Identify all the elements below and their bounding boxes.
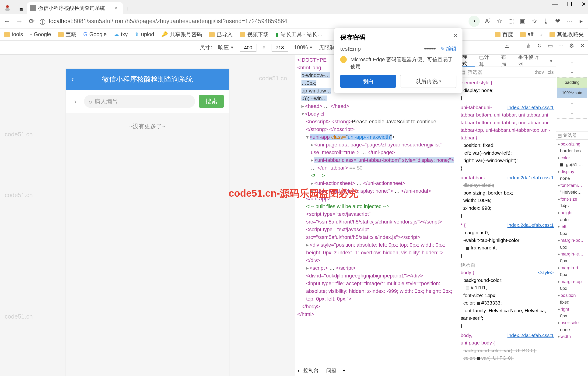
bookmark-item[interactable]: ⇪uplod: [135, 31, 154, 38]
elements-panel: <!DOCTYPE <html lang o-window-… …0px; op…: [295, 55, 458, 376]
computed-panel: – – padding 100%×auto – – – ▤ 筛选器 ▸box-s…: [556, 55, 588, 376]
more-icon[interactable]: ⋯: [566, 18, 573, 25]
height-input[interactable]: [272, 44, 288, 52]
bookmark-item[interactable]: GGoogle: [83, 31, 107, 38]
workspaces-icon[interactable]: ▦: [16, 4, 26, 14]
search-button[interactable]: 搜索: [199, 95, 224, 108]
bookmark-item[interactable]: 🔑共享账号密码: [161, 31, 202, 38]
no-more-text: ~没有更多了~: [66, 113, 229, 139]
bookmark-item[interactable]: ☁txy: [114, 31, 128, 38]
bookmark-item[interactable]: ▮站长工具 - 站长…: [276, 31, 323, 38]
bookmark-item[interactable]: 宝藏: [58, 31, 76, 38]
tab-console[interactable]: 控制台: [302, 366, 320, 375]
phone-frame: ‹ 微信小程序核酸检测查询系统 › ⌕ 病人编号 搜索 ~没有更多了~: [66, 69, 229, 376]
bookmark-item[interactable]: 百度: [495, 31, 513, 38]
google-icon: G: [83, 31, 87, 38]
url-path: :8081/ssm5aful/front/h5/#/pages/zhuyuanh…: [72, 18, 287, 24]
device-preview: ‹ 微信小程序核酸检测查询系统 › ⌕ 病人编号 搜索 ~没有更多了~: [0, 55, 295, 376]
devtools-settings-icon[interactable]: ⚙: [568, 42, 575, 50]
upload-icon: ⇪: [135, 31, 139, 38]
folder-icon: [4, 32, 10, 37]
url-host: localhost: [49, 18, 72, 24]
devtools-dock-icon[interactable]: ▭: [546, 42, 554, 50]
new-tab-button[interactable]: +: [123, 4, 133, 14]
profile-icon[interactable]: [3, 3, 12, 12]
hov-toggle[interactable]: :hov: [535, 69, 544, 75]
devtools-inspect-icon[interactable]: ⮹: [504, 42, 511, 50]
save-password-popup: ✕ 保存密码 testEmp •••••• ✎编辑 Microsoft Edge…: [334, 28, 462, 93]
devtools-close-icon[interactable]: ✕: [579, 42, 586, 50]
console-drawer-tabs: 控制台 问题 +: [299, 365, 556, 376]
app-title: 微信小程序核酸检测查询系统: [102, 75, 193, 84]
zoom-dropdown[interactable]: 100%▼: [294, 44, 313, 51]
dom-tree[interactable]: <!DOCTYPE <html lang o-window-… …0px; op…: [295, 55, 458, 365]
performance-icon[interactable]: ❤: [554, 18, 561, 25]
favorites-bar-icon[interactable]: ✩: [531, 18, 538, 25]
search-icon: ⌕: [89, 98, 92, 105]
ok-button[interactable]: 明白: [340, 75, 396, 88]
site-info-icon[interactable]: ⓘ: [40, 18, 46, 24]
username-value: testEmp: [340, 45, 361, 52]
width-input[interactable]: [240, 44, 256, 52]
bookmark-item[interactable]: 视频下载: [240, 31, 269, 38]
styles-rules[interactable]: element.style { display: none;} index.2d…: [458, 77, 556, 376]
folder-icon: [495, 32, 501, 37]
tab-more-icon[interactable]: »: [546, 55, 556, 66]
tab-close-icon[interactable]: ✕: [115, 6, 119, 11]
bookmarks-overflow-icon[interactable]: »: [540, 33, 543, 37]
cls-toggle[interactable]: .cls: [546, 69, 554, 75]
later-button[interactable]: 以后再说▾: [400, 75, 456, 88]
pencil-icon: ✎: [441, 46, 445, 52]
nav-forward-button[interactable]: →: [15, 17, 23, 25]
read-aloud-icon[interactable]: A⁾: [484, 18, 491, 25]
popup-title: 保存密码: [340, 33, 456, 42]
extension-icon[interactable]: ⬚: [507, 18, 515, 25]
nav-refresh-button[interactable]: ⟳: [28, 17, 35, 25]
expand-icon[interactable]: ▸: [481, 230, 484, 235]
times-label: ×: [262, 44, 265, 51]
window-close-button[interactable]: ✕: [581, 1, 586, 8]
styles-filter-input[interactable]: 筛选器: [468, 69, 482, 76]
bookmark-item[interactable]: 已导入: [209, 31, 233, 38]
computed-properties[interactable]: ▸box-sizingborder-box▸color rgb(51,…▸dis…: [556, 140, 588, 341]
bookmark-item[interactable]: ▫Google: [30, 31, 51, 38]
svg-point-0: [6, 5, 9, 8]
window-maximize-button[interactable]: ❐: [567, 1, 572, 8]
tab-computed[interactable]: 已计算: [475, 55, 497, 66]
tab-layout[interactable]: 布局: [497, 55, 514, 66]
site-icon: ▫: [30, 31, 32, 38]
favorite-icon[interactable]: ☆: [496, 18, 503, 25]
device-toolbar: 尺寸: 响应▼ × 100%▼ 无限制▼ ✎▾ ⊞ 📷 ⋮: [0, 41, 588, 55]
back-button[interactable]: ‹: [71, 74, 74, 84]
tab-favicon-icon: [30, 5, 36, 11]
styles-tabs: 样式 已计算 布局 事件侦听器 »: [458, 55, 556, 67]
computed-filter-input[interactable]: 筛选器: [563, 133, 577, 138]
responsive-dropdown[interactable]: 响应▼: [218, 44, 234, 51]
edit-button[interactable]: ✎编辑: [441, 45, 456, 52]
tab-issues[interactable]: 问题: [325, 366, 338, 375]
bookmarks-bar: tools ▫Google 宝藏 GGoogle ☁txy ⇪uplod 🔑共享…: [0, 29, 588, 41]
box-model[interactable]: – – padding 100%×auto – – –: [556, 55, 588, 131]
downloads-icon[interactable]: ⭳: [542, 18, 550, 25]
devtools-toggle-icon[interactable]: ▸: [577, 18, 585, 25]
url-field[interactable]: ⓘ localhost:8081/ssm5aful/front/h5/#/pag…: [40, 18, 464, 24]
window-minimize-button[interactable]: —: [552, 1, 558, 8]
devtools-rotate-icon[interactable]: ↻: [536, 42, 543, 50]
add-tab-icon[interactable]: +: [343, 368, 346, 374]
tab-events[interactable]: 事件侦听器: [514, 55, 546, 66]
devtools-3d-icon[interactable]: ⬚: [514, 42, 522, 50]
popup-close-button[interactable]: ✕: [453, 32, 458, 39]
collections-icon[interactable]: ▣: [519, 18, 526, 25]
devtools-wifi-icon[interactable]: ⋔: [525, 42, 533, 50]
bookmark-item[interactable]: tools: [4, 31, 23, 38]
chevron-right-icon[interactable]: ›: [71, 95, 80, 108]
llm-button[interactable]: ✦: [469, 16, 480, 27]
search-input[interactable]: ⌕ 病人编号: [84, 95, 195, 108]
address-bar: ← → ⟳ ⓘ localhost:8081/ssm5aful/front/h5…: [0, 14, 588, 29]
bookmark-item[interactable]: aff: [520, 31, 533, 38]
browser-tab[interactable]: 微信小程序核酸检测查询系统 ✕: [27, 2, 123, 14]
nav-back-button[interactable]: ←: [3, 17, 11, 25]
devtools-more-icon[interactable]: ⋯: [557, 42, 565, 50]
bookmark-item[interactable]: 其他收藏夹: [549, 31, 584, 38]
popup-info-text: Microsoft Edge 密码管理器方便、可信且易于使用: [350, 56, 456, 70]
